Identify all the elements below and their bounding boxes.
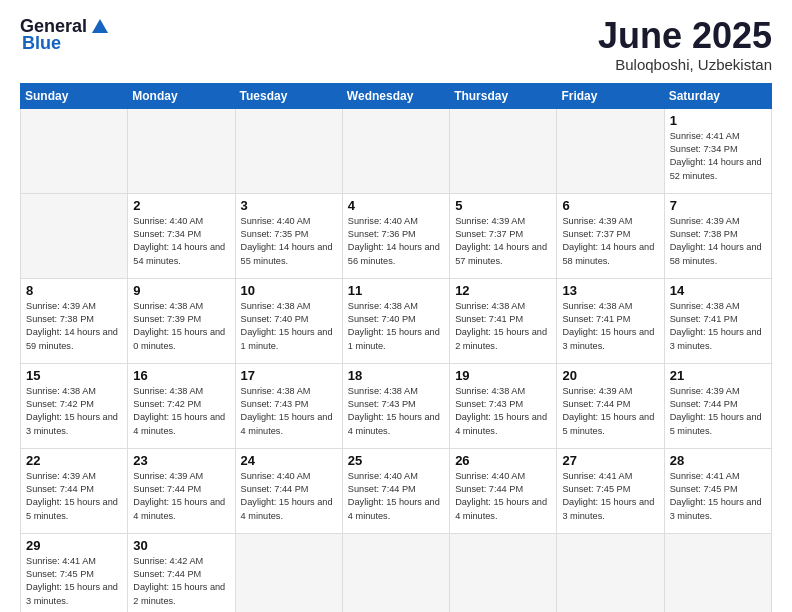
day-number: 6 (562, 198, 658, 213)
calendar-cell-empty (128, 108, 235, 193)
cell-content: Sunrise: 4:39 AMSunset: 7:44 PMDaylight:… (670, 386, 762, 436)
calendar-cell-empty (342, 533, 449, 612)
calendar-header-friday: Friday (557, 83, 664, 108)
calendar-cell-20: 20Sunrise: 4:39 AMSunset: 7:44 PMDayligh… (557, 363, 664, 448)
day-number: 18 (348, 368, 444, 383)
calendar-cell-empty (664, 533, 771, 612)
day-number: 19 (455, 368, 551, 383)
day-number: 25 (348, 453, 444, 468)
day-number: 20 (562, 368, 658, 383)
calendar-cell-27: 27Sunrise: 4:41 AMSunset: 7:45 PMDayligh… (557, 448, 664, 533)
calendar-week-6: 29Sunrise: 4:41 AMSunset: 7:45 PMDayligh… (21, 533, 772, 612)
page: General Blue June 2025 Buloqboshi, Uzbek… (0, 0, 792, 612)
cell-content: Sunrise: 4:38 AMSunset: 7:41 PMDaylight:… (455, 301, 547, 351)
cell-content: Sunrise: 4:39 AMSunset: 7:37 PMDaylight:… (455, 216, 547, 266)
calendar-cell-26: 26Sunrise: 4:40 AMSunset: 7:44 PMDayligh… (450, 448, 557, 533)
calendar-cell-8: 8Sunrise: 4:39 AMSunset: 7:38 PMDaylight… (21, 278, 128, 363)
calendar-cell-25: 25Sunrise: 4:40 AMSunset: 7:44 PMDayligh… (342, 448, 449, 533)
calendar-cell-1: 1Sunrise: 4:41 AMSunset: 7:34 PMDaylight… (664, 108, 771, 193)
calendar-cell-empty (557, 533, 664, 612)
cell-content: Sunrise: 4:38 AMSunset: 7:43 PMDaylight:… (455, 386, 547, 436)
cell-content: Sunrise: 4:41 AMSunset: 7:45 PMDaylight:… (670, 471, 762, 521)
day-number: 13 (562, 283, 658, 298)
calendar-cell-21: 21Sunrise: 4:39 AMSunset: 7:44 PMDayligh… (664, 363, 771, 448)
cell-content: Sunrise: 4:40 AMSunset: 7:44 PMDaylight:… (455, 471, 547, 521)
logo-blue-text: Blue (22, 33, 61, 54)
day-number: 14 (670, 283, 766, 298)
cell-content: Sunrise: 4:40 AMSunset: 7:44 PMDaylight:… (348, 471, 440, 521)
day-number: 7 (670, 198, 766, 213)
day-number: 2 (133, 198, 229, 213)
calendar-cell-6: 6Sunrise: 4:39 AMSunset: 7:37 PMDaylight… (557, 193, 664, 278)
calendar-week-1: 1Sunrise: 4:41 AMSunset: 7:34 PMDaylight… (21, 108, 772, 193)
calendar-cell-16: 16Sunrise: 4:38 AMSunset: 7:42 PMDayligh… (128, 363, 235, 448)
month-title: June 2025 (598, 16, 772, 56)
day-number: 3 (241, 198, 337, 213)
calendar-header-sunday: Sunday (21, 83, 128, 108)
day-number: 8 (26, 283, 122, 298)
day-number: 17 (241, 368, 337, 383)
calendar-header-tuesday: Tuesday (235, 83, 342, 108)
cell-content: Sunrise: 4:38 AMSunset: 7:39 PMDaylight:… (133, 301, 225, 351)
calendar-cell-empty (235, 533, 342, 612)
calendar-cell-10: 10Sunrise: 4:38 AMSunset: 7:40 PMDayligh… (235, 278, 342, 363)
calendar-cell-empty (450, 108, 557, 193)
calendar-cell-4: 4Sunrise: 4:40 AMSunset: 7:36 PMDaylight… (342, 193, 449, 278)
cell-content: Sunrise: 4:40 AMSunset: 7:44 PMDaylight:… (241, 471, 333, 521)
subtitle: Buloqboshi, Uzbekistan (598, 56, 772, 73)
day-number: 10 (241, 283, 337, 298)
cell-content: Sunrise: 4:39 AMSunset: 7:44 PMDaylight:… (133, 471, 225, 521)
header: General Blue June 2025 Buloqboshi, Uzbek… (20, 16, 772, 73)
cell-content: Sunrise: 4:38 AMSunset: 7:43 PMDaylight:… (241, 386, 333, 436)
cell-content: Sunrise: 4:42 AMSunset: 7:44 PMDaylight:… (133, 556, 225, 606)
cell-content: Sunrise: 4:41 AMSunset: 7:45 PMDaylight:… (26, 556, 118, 606)
calendar-cell-23: 23Sunrise: 4:39 AMSunset: 7:44 PMDayligh… (128, 448, 235, 533)
day-number: 11 (348, 283, 444, 298)
calendar-cell-17: 17Sunrise: 4:38 AMSunset: 7:43 PMDayligh… (235, 363, 342, 448)
cell-content: Sunrise: 4:38 AMSunset: 7:43 PMDaylight:… (348, 386, 440, 436)
title-block: June 2025 Buloqboshi, Uzbekistan (598, 16, 772, 73)
calendar-cell-18: 18Sunrise: 4:38 AMSunset: 7:43 PMDayligh… (342, 363, 449, 448)
cell-content: Sunrise: 4:40 AMSunset: 7:35 PMDaylight:… (241, 216, 333, 266)
day-number: 5 (455, 198, 551, 213)
calendar-cell-15: 15Sunrise: 4:38 AMSunset: 7:42 PMDayligh… (21, 363, 128, 448)
calendar-cell-29: 29Sunrise: 4:41 AMSunset: 7:45 PMDayligh… (21, 533, 128, 612)
calendar-cell-30: 30Sunrise: 4:42 AMSunset: 7:44 PMDayligh… (128, 533, 235, 612)
calendar-cell-13: 13Sunrise: 4:38 AMSunset: 7:41 PMDayligh… (557, 278, 664, 363)
calendar-cell-empty (235, 108, 342, 193)
cell-content: Sunrise: 4:38 AMSunset: 7:40 PMDaylight:… (241, 301, 333, 351)
calendar-cell-28: 28Sunrise: 4:41 AMSunset: 7:45 PMDayligh… (664, 448, 771, 533)
calendar-cell-empty (450, 533, 557, 612)
calendar-cell-7: 7Sunrise: 4:39 AMSunset: 7:38 PMDaylight… (664, 193, 771, 278)
day-number: 27 (562, 453, 658, 468)
logo: General Blue (20, 16, 111, 54)
calendar-header-saturday: Saturday (664, 83, 771, 108)
cell-content: Sunrise: 4:39 AMSunset: 7:37 PMDaylight:… (562, 216, 654, 266)
calendar-cell-empty (557, 108, 664, 193)
day-number: 15 (26, 368, 122, 383)
calendar-cell-11: 11Sunrise: 4:38 AMSunset: 7:40 PMDayligh… (342, 278, 449, 363)
day-number: 29 (26, 538, 122, 553)
cell-content: Sunrise: 4:40 AMSunset: 7:34 PMDaylight:… (133, 216, 225, 266)
calendar-week-2: 2Sunrise: 4:40 AMSunset: 7:34 PMDaylight… (21, 193, 772, 278)
cell-content: Sunrise: 4:38 AMSunset: 7:42 PMDaylight:… (26, 386, 118, 436)
cell-content: Sunrise: 4:38 AMSunset: 7:40 PMDaylight:… (348, 301, 440, 351)
cell-content: Sunrise: 4:39 AMSunset: 7:44 PMDaylight:… (26, 471, 118, 521)
cell-content: Sunrise: 4:41 AMSunset: 7:45 PMDaylight:… (562, 471, 654, 521)
cell-content: Sunrise: 4:38 AMSunset: 7:42 PMDaylight:… (133, 386, 225, 436)
day-number: 22 (26, 453, 122, 468)
cell-content: Sunrise: 4:38 AMSunset: 7:41 PMDaylight:… (562, 301, 654, 351)
calendar-cell-19: 19Sunrise: 4:38 AMSunset: 7:43 PMDayligh… (450, 363, 557, 448)
calendar-cell-empty (342, 108, 449, 193)
calendar-header-wednesday: Wednesday (342, 83, 449, 108)
day-number: 16 (133, 368, 229, 383)
day-number: 26 (455, 453, 551, 468)
logo-icon (90, 17, 110, 37)
calendar-cell-22: 22Sunrise: 4:39 AMSunset: 7:44 PMDayligh… (21, 448, 128, 533)
calendar-header-thursday: Thursday (450, 83, 557, 108)
calendar-week-5: 22Sunrise: 4:39 AMSunset: 7:44 PMDayligh… (21, 448, 772, 533)
calendar-week-3: 8Sunrise: 4:39 AMSunset: 7:38 PMDaylight… (21, 278, 772, 363)
svg-marker-0 (92, 19, 108, 33)
calendar-cell-2: 2Sunrise: 4:40 AMSunset: 7:34 PMDaylight… (128, 193, 235, 278)
calendar-header-monday: Monday (128, 83, 235, 108)
